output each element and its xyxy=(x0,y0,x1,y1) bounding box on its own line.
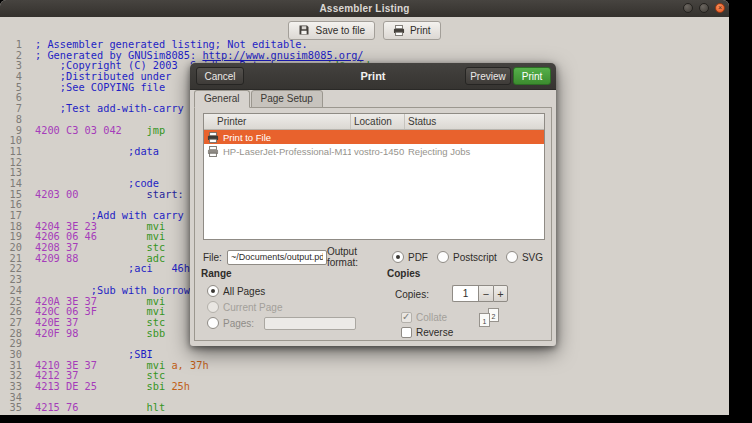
format-option-svg[interactable]: SVG xyxy=(506,251,543,263)
print-confirm-button[interactable]: Print xyxy=(513,67,551,85)
copies-label: Copies: xyxy=(395,289,429,300)
range-heading: Range xyxy=(201,268,232,279)
file-label: File: xyxy=(203,252,222,263)
output-format-options: PDFPostscriptSVG xyxy=(392,251,543,263)
printer-status: Rejecting Jobs xyxy=(405,146,544,157)
format-label: SVG xyxy=(522,252,543,263)
save-icon xyxy=(298,24,310,36)
radio-icon xyxy=(207,317,219,329)
copies-heading: Copies xyxy=(387,268,420,279)
reverse-option[interactable]: Reverse xyxy=(401,326,453,338)
format-label: Postscript xyxy=(453,252,497,263)
range-option-current-page[interactable]: Current Page xyxy=(207,301,356,313)
line-number: 11 xyxy=(0,146,22,157)
printer-location: vostro-1450 xyxy=(351,146,405,157)
column-header-location: Location xyxy=(351,114,405,129)
cancel-button[interactable]: Cancel xyxy=(196,67,244,85)
listing-line: 334213 DE 25 sbi 25h xyxy=(0,381,729,392)
line-number: 24 xyxy=(0,285,22,296)
line-code: 4213 DE 25 sbi 25h xyxy=(35,381,190,392)
radio-icon xyxy=(392,251,404,263)
pages-entry[interactable] xyxy=(264,317,356,330)
copies-increase-button[interactable]: + xyxy=(493,285,508,302)
line-number: 35 xyxy=(0,402,22,413)
reverse-checkbox[interactable] xyxy=(401,327,412,338)
window-title: Assembler Listing xyxy=(319,3,409,14)
range-option-label: All Pages xyxy=(223,286,265,297)
printer-list: PrinterLocationStatus Print to FileHP-La… xyxy=(203,113,545,240)
close-button[interactable]: × xyxy=(715,3,725,13)
radio-icon xyxy=(207,285,219,297)
print-dialog-title: Print xyxy=(360,70,385,82)
range-option-pages[interactable]: Pages: xyxy=(207,317,356,329)
tab-general[interactable]: General xyxy=(194,90,250,108)
dialog-tabs: GeneralPage Setup xyxy=(194,90,324,108)
line-code: 4200 C3 03 042 jmp xyxy=(35,125,165,136)
line-code: 420F 98 sbb xyxy=(35,328,165,339)
column-header-printer: Printer xyxy=(204,114,351,129)
collate-label: Collate xyxy=(416,312,447,323)
line-number: 8 xyxy=(0,114,22,125)
printer-icon xyxy=(207,146,219,157)
range-options: All PagesCurrent PagePages: xyxy=(207,285,356,329)
copies-decrease-button[interactable]: − xyxy=(478,285,493,302)
format-option-postscript[interactable]: Postscript xyxy=(437,251,497,263)
radio-icon xyxy=(437,251,449,263)
file-entry[interactable] xyxy=(227,250,327,265)
radio-icon xyxy=(207,301,219,313)
printer-list-body: Print to FileHP-LaserJet-Professional-M1… xyxy=(204,130,544,158)
minimize-button[interactable] xyxy=(683,3,693,13)
window-controls: × xyxy=(683,3,725,13)
preview-button[interactable]: Preview xyxy=(465,67,511,85)
file-row: File: Output format: PDFPostscriptSVG xyxy=(203,248,543,266)
reverse-label: Reverse xyxy=(416,327,453,338)
line-number: 27 xyxy=(0,317,22,328)
output-format-label: Output format: xyxy=(327,246,384,268)
listing-line: 354215 76 hlt xyxy=(0,402,729,413)
copies-spinner: − + xyxy=(452,285,508,302)
printer-row[interactable]: Print to File xyxy=(204,130,544,144)
print-button-label: Print xyxy=(410,25,431,36)
line-code: ;Test add-with-carry xyxy=(35,103,184,114)
window-titlebar[interactable]: Assembler Listing × xyxy=(0,0,729,17)
radio-icon xyxy=(506,251,518,263)
collate-checkbox[interactable] xyxy=(401,312,412,323)
column-header-status: Status xyxy=(405,114,544,129)
line-code: 4203 00 start: nop xyxy=(35,189,209,200)
line-code: ;data xyxy=(35,146,159,157)
line-code: ;See COPYING file xyxy=(35,82,165,93)
print-button[interactable]: Print xyxy=(383,21,441,40)
line-code: ;aci 46h xyxy=(35,263,190,274)
printer-name: HP-LaserJet-Professional-M1136-MFP xyxy=(223,146,351,157)
print-dialog: Cancel Print Preview Print GeneralPage S… xyxy=(190,63,556,346)
notebook-frame: PrinterLocationStatus Print to FileHP-La… xyxy=(194,107,552,341)
printer-name: Print to File xyxy=(223,132,271,143)
format-label: PDF xyxy=(408,252,428,263)
range-option-label: Pages: xyxy=(223,318,254,329)
printer-list-header: PrinterLocationStatus xyxy=(204,114,544,130)
collate-pages-icon: 2 1 xyxy=(479,308,503,332)
print-icon xyxy=(393,25,405,36)
tab-page-setup[interactable]: Page Setup xyxy=(251,90,323,108)
collate-option[interactable]: Collate xyxy=(401,311,447,323)
save-button-label: Save to file xyxy=(315,25,364,36)
toolbar: Save to file Print xyxy=(0,17,729,41)
format-option-pdf[interactable]: PDF xyxy=(392,251,428,263)
range-option-all-pages[interactable]: All Pages xyxy=(207,285,356,297)
line-code: 4215 76 hlt xyxy=(35,402,165,413)
collate-page-1: 1 xyxy=(479,313,490,327)
range-option-label: Current Page xyxy=(223,302,282,313)
copies-input[interactable] xyxy=(452,285,478,302)
maximize-button[interactable] xyxy=(699,3,709,13)
printer-icon xyxy=(207,132,219,143)
save-to-file-button[interactable]: Save to file xyxy=(288,21,374,40)
print-dialog-header[interactable]: Cancel Print Preview Print xyxy=(190,63,556,90)
printer-row[interactable]: HP-LaserJet-Professional-M1136-MFPvostro… xyxy=(204,144,544,158)
